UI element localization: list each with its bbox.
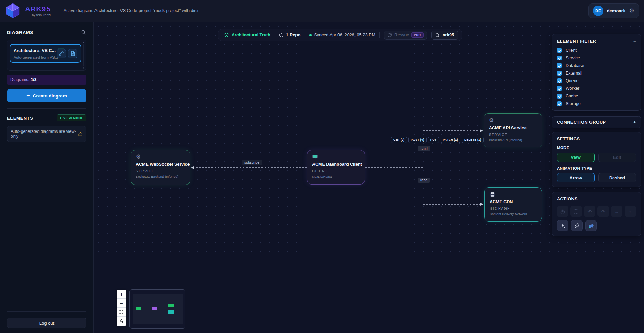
filter-label: Storage	[566, 101, 581, 106]
ark95-file-button[interactable]: .ark95	[431, 31, 458, 40]
actions-panel: ACTIONS − ↶ ↷ ↔ ↕	[552, 192, 641, 236]
checkbox-service[interactable]	[557, 56, 562, 60]
resync-button[interactable]: Resync PRO	[384, 31, 427, 40]
create-diagram-button[interactable]: + Create diagram	[7, 89, 86, 102]
synced-dot-icon	[309, 34, 312, 36]
user-menu[interactable]: DE demoark ⚙	[588, 3, 639, 18]
filter-item-service[interactable]: Service	[557, 56, 636, 60]
mode-edit-button[interactable]: Edit	[598, 153, 636, 162]
minimap[interactable]	[129, 289, 185, 329]
checkbox-storage[interactable]	[557, 101, 562, 106]
connection-group-title: CONNECTION GROUP	[557, 120, 606, 125]
filter-item-cache[interactable]: Cache	[557, 94, 636, 99]
checkbox-queue[interactable]	[557, 78, 562, 83]
list-scrollbar[interactable]: ▲ ▼	[82, 41, 85, 69]
node-title: ACME Dashboard Client	[312, 162, 360, 167]
filter-item-worker[interactable]: Worker	[557, 86, 636, 91]
download-button[interactable]	[557, 220, 568, 231]
node-acme-dashboard-client[interactable]: ACME Dashboard Client CLIENT Next.js/Rea…	[307, 150, 365, 185]
diagram-card-title: Architecture: VS C...	[14, 48, 56, 53]
filter-item-client[interactable]: Client	[557, 48, 636, 53]
filter-label: Cache	[566, 94, 578, 99]
collapse-icon[interactable]: −	[633, 136, 636, 142]
diagram-card-text: Architecture: VS C... Auto-generated fro…	[14, 48, 55, 59]
minimap-node-client	[152, 307, 157, 310]
hexagon-icon	[279, 33, 284, 37]
node-title: ACME WebSocket Service	[136, 162, 185, 167]
logout-button[interactable]: Log out	[7, 318, 86, 328]
diagram-details-button[interactable]	[68, 49, 77, 58]
link-icon	[574, 223, 580, 229]
pan-tool-button[interactable]	[557, 206, 568, 217]
minimap-node-cdn	[168, 310, 174, 314]
scroll-up-icon[interactable]: ▲	[83, 41, 85, 43]
animation-dashed-button[interactable]: Dashed	[598, 173, 636, 182]
lock-toggle-button[interactable]	[117, 317, 126, 326]
sidebar-divider	[7, 108, 86, 109]
avatar: DE	[593, 6, 603, 16]
node-acme-cdn[interactable]: ACME CDN STORAGE Content Delivery Networ…	[484, 187, 542, 222]
scroll-down-icon[interactable]: ▼	[83, 67, 85, 69]
username: demoark	[607, 8, 626, 14]
zoom-in-button[interactable]: +	[117, 290, 126, 299]
filter-item-external[interactable]: External	[557, 71, 636, 76]
diagram-card[interactable]: Architecture: VS C... Auto-generated fro…	[10, 44, 81, 63]
checkbox-worker[interactable]	[557, 86, 562, 91]
animation-arrow-button[interactable]: Arrow	[557, 173, 595, 182]
edge-label-subscribe: subscribe	[242, 160, 262, 165]
node-acme-api-service[interactable]: ⚙ ACME API Service SERVICE Backend API (…	[484, 113, 542, 147]
settings-panel: SETTINGS − MODE View Edit ANIMATION TYPE…	[552, 132, 641, 187]
node-title: ACME API Service	[489, 126, 537, 130]
expand-icon[interactable]: +	[633, 120, 636, 125]
statusbar-divider	[305, 32, 305, 38]
mode-label: MODE	[557, 146, 636, 150]
filter-label: Client	[566, 48, 577, 53]
filter-label: Service	[566, 56, 580, 60]
synced-status: Synced Apr 06, 2026, 05:23 PM	[309, 33, 376, 37]
copy-link-button[interactable]	[571, 220, 583, 231]
checkbox-client[interactable]	[557, 48, 562, 53]
view-only-note: Auto-generated diagrams are view-only	[7, 126, 86, 142]
diagrams-count: Diagrams:1/3	[7, 75, 86, 85]
synced-label: Synced Apr 06, 2026, 05:23 PM	[314, 33, 376, 37]
method-pill: PATCH (1)	[441, 137, 460, 143]
checkbox-database[interactable]	[557, 63, 562, 68]
filter-item-database[interactable]: Database	[557, 63, 636, 68]
filter-label: Database	[566, 63, 584, 68]
checkbox-cache[interactable]	[557, 94, 562, 99]
filter-label: Queue	[566, 78, 579, 83]
resize-horizontal-button[interactable]: ↔	[611, 206, 622, 217]
mode-view-button[interactable]: View	[557, 153, 595, 162]
diagrams-count-label: Diagrams:	[10, 77, 30, 82]
edge-method-pills: GET (9) POST (4) PUT PATCH (1) DELETE (1…	[391, 137, 484, 143]
node-subtitle: Content Delivery Network	[490, 212, 537, 216]
architectural-truth-label: Architectural Truth	[232, 33, 270, 37]
edge-label-read: read	[418, 178, 430, 183]
settings-gear-icon[interactable]: ⚙	[629, 8, 635, 14]
search-icon[interactable]	[81, 29, 86, 35]
zoom-out-button[interactable]: −	[117, 299, 126, 308]
scrollbar-track[interactable]	[83, 44, 84, 66]
marquee-select-button[interactable]	[570, 206, 582, 217]
resize-vertical-button[interactable]: ↕	[625, 206, 636, 217]
diagram-canvas[interactable]: Architectural Truth 1 Repo Synced Apr 06…	[94, 22, 644, 333]
main-area: DIAGRAMS Architecture: VS C... Auto-gene…	[0, 22, 644, 333]
repo-count-label: 1 Repo	[286, 33, 301, 37]
collapse-icon[interactable]: −	[633, 39, 636, 44]
node-acme-websocket-service[interactable]: ⚙ ACME WebSocket Service SERVICE Socket.…	[131, 150, 190, 185]
canvas-controls: + −	[117, 290, 126, 326]
node-type: SERVICE	[136, 169, 185, 173]
undo-button[interactable]: ↶	[584, 206, 595, 217]
filter-item-storage[interactable]: Storage	[557, 101, 636, 106]
checkbox-external[interactable]	[557, 71, 562, 76]
hand-icon	[560, 209, 566, 214]
filter-item-queue[interactable]: Queue	[557, 78, 636, 83]
edit-diagram-button[interactable]	[57, 49, 66, 58]
redo-button[interactable]: ↷	[597, 206, 609, 217]
file-icon	[435, 33, 440, 37]
collapse-icon[interactable]: −	[633, 196, 636, 202]
unlock-icon	[119, 319, 124, 324]
view-mode-label: VIEW MODE	[63, 116, 83, 120]
announce-button[interactable]	[585, 220, 597, 231]
fit-view-button[interactable]	[117, 308, 126, 317]
